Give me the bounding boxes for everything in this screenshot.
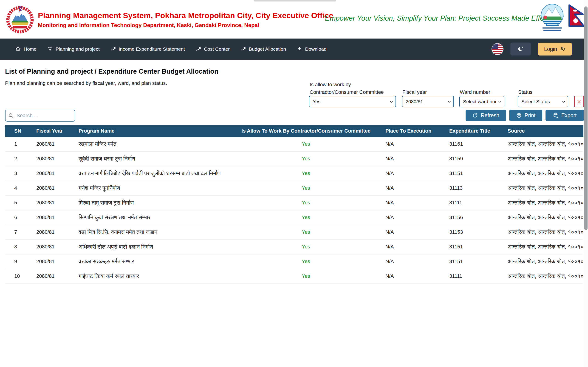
cell-program-name: गणेश मन्दिर पुनर्निर्माण [76, 181, 237, 195]
cell-fiscal-year: 2080/81 [33, 254, 76, 269]
cell-fiscal-year: 2080/81 [33, 240, 76, 254]
nav-item-download[interactable]: Download [296, 46, 326, 52]
cell-place: N/A [375, 254, 448, 269]
cell-source: आन्तरिक श्रोत, आन्तरिक श्रोत, १००१० - उ [506, 210, 583, 225]
cell-is-allow: Yes [237, 240, 375, 254]
cell-sn: 5 [5, 195, 33, 210]
vertical-scrollbar-thumb[interactable] [584, 6, 588, 230]
chevron-down-icon [447, 100, 451, 105]
col-header-is-allow: Is Allow To Work By Contractor/Consumer … [237, 125, 375, 137]
login-button[interactable]: Login [538, 43, 572, 56]
cell-expenditure-title: 31156 [448, 210, 506, 225]
chart-trend-icon [195, 46, 201, 52]
clear-filters-button[interactable] [574, 96, 584, 107]
ward-number-filter-label: Ward number [460, 89, 490, 95]
cell-fiscal-year: 2080/81 [33, 181, 76, 195]
pokhara-metropolitan-logo [540, 3, 564, 34]
close-icon [577, 99, 582, 104]
cell-program-name: सुवेदी समाज घरमा ट्रस निर्माण [76, 151, 237, 166]
dark-mode-toggle[interactable] [510, 43, 531, 56]
export-database-icon [553, 113, 559, 118]
ward-number-select[interactable]: Select ward numbe [459, 96, 504, 107]
cell-source: आन्तरिक श्रोत, आन्तरिक श्रोत, १००१० - उ [506, 225, 583, 240]
vertical-scrollbar [584, 0, 588, 367]
cell-source: आन्तरिक श्रोत, आन्तरिक श्रोत, १००१० - उ [506, 240, 583, 254]
refresh-button[interactable]: Refresh [466, 110, 506, 121]
cell-place: N/A [375, 137, 448, 151]
cell-source: आन्तरिक श्रोत, आन्तरिक श्रोत, १००१० - उ [506, 254, 583, 269]
chart-trend-icon [110, 46, 116, 52]
cell-sn: 7 [5, 225, 33, 240]
status-filter-label: Status [518, 89, 532, 95]
nav-item-home[interactable]: Home [15, 46, 36, 52]
cell-expenditure-title: 31151 [448, 240, 506, 254]
table-row: 4 2080/81 गणेश मन्दिर पुनर्निर्माण Yes N… [5, 181, 583, 195]
top-shadow [254, 0, 336, 2]
navbar-right-cluster: Login [492, 43, 572, 56]
nepal-flag [568, 4, 586, 33]
cell-place: N/A [375, 210, 448, 225]
cell-is-allow: Yes [237, 181, 375, 195]
nepal-emblem-logo [6, 5, 34, 33]
cell-place: N/A [375, 166, 448, 181]
table-row: 3 2080/81 वरपाटन मार्ग लिचिबोट देखि पार्… [5, 166, 583, 181]
slogan-text: "Empower Your Vision, Simplify Your Plan… [322, 14, 536, 23]
cell-program-name: सिम्पानि कुवां संरक्षण तथा मर्मत संम्भार [76, 210, 237, 225]
nav-label: Budget Allocation [249, 46, 286, 52]
cell-fiscal-year: 2080/81 [33, 210, 76, 225]
refresh-label: Refresh [481, 112, 499, 119]
fiscal-year-select[interactable]: 2080/81 [402, 96, 454, 107]
nav-item-cost-center[interactable]: Cost Center [195, 46, 230, 52]
cell-is-allow: Yes [237, 195, 375, 210]
cell-is-allow: Yes [237, 137, 375, 151]
cell-is-allow: Yes [237, 254, 375, 269]
cell-sn: 4 [5, 181, 33, 195]
col-header-expenditure-title: Expenditure Title [448, 125, 506, 137]
cell-program-name: अधिकारी टोल अपुरो बाटो ढलान निर्माण [76, 240, 237, 254]
cell-fiscal-year: 2080/81 [33, 195, 76, 210]
cell-fiscal-year: 2080/81 [33, 137, 76, 151]
table-row: 6 2080/81 सिम्पानि कुवां संरक्षण तथा मर्… [5, 210, 583, 225]
search-icon [8, 113, 14, 118]
cell-fiscal-year: 2080/81 [33, 225, 76, 240]
table-header-row: SN Fiscal Year Program Name Is Allow To … [5, 125, 583, 137]
cell-is-allow: Yes [237, 151, 375, 166]
moon-icon [517, 46, 524, 52]
cell-source: आन्तरिक श्रोत, आन्तरिक श्रोत, १००१० - उ [506, 137, 583, 151]
col-header-fiscal-year: Fiscal Year [33, 125, 76, 137]
search-input[interactable] [16, 112, 72, 119]
language-flag-us[interactable] [492, 43, 503, 55]
ward-number-select-value: Select ward numbe [463, 99, 496, 104]
print-button[interactable]: Print [509, 110, 542, 121]
cell-is-allow: Yes [237, 166, 375, 181]
committee-select[interactable]: Yes [309, 96, 396, 107]
committee-filter-label-line1: Is allow to work by [310, 82, 351, 88]
cell-expenditure-title: 31161 [448, 137, 506, 151]
col-header-source: Source [506, 125, 583, 137]
nav-item-budget-allocation[interactable]: Budget Allocation [240, 46, 286, 52]
table-row: 7 2080/81 वडा भित्र सि.सि. क्यामरा मर्मत… [5, 225, 583, 240]
committee-select-value: Yes [313, 99, 320, 104]
chart-trend-icon [240, 46, 246, 52]
chevron-down-icon [389, 100, 394, 105]
nav-label: Home [24, 46, 36, 52]
login-label: Login [544, 46, 557, 52]
nav-item-planning-and-project[interactable]: Planning and project [47, 46, 99, 52]
cell-source: आन्तरिक श्रोत, आन्तरिक श्रोत, १००१० - उ [506, 166, 583, 181]
table-row: 5 2080/81 मिरुवा तामु समाज ट्रस निर्माण … [5, 195, 583, 210]
fiscal-year-filter-label: Fiscal year [402, 89, 427, 95]
cell-place: N/A [375, 151, 448, 166]
chevron-down-icon [498, 100, 502, 105]
cell-program-name: गाईघाट क्रिया कर्म स्थल तारबार [76, 269, 237, 284]
download-icon [296, 46, 303, 52]
cell-expenditure-title: 31111 [448, 195, 506, 210]
export-button[interactable]: Export [545, 110, 584, 121]
col-header-sn: SN [5, 125, 33, 137]
cell-expenditure-title: 31151 [448, 254, 506, 269]
nav-item-income-expenditure-statement[interactable]: Income Expenditure Statement [110, 46, 185, 52]
site-header: Planning Management System, Pokhara Metr… [0, 0, 588, 39]
status-select[interactable]: Select Status [518, 96, 568, 107]
nav-label: Cost Center [204, 46, 230, 52]
table-row: 2 2080/81 सुवेदी समाज घरमा ट्रस निर्माण … [5, 151, 583, 166]
cell-sn: 10 [5, 269, 33, 284]
